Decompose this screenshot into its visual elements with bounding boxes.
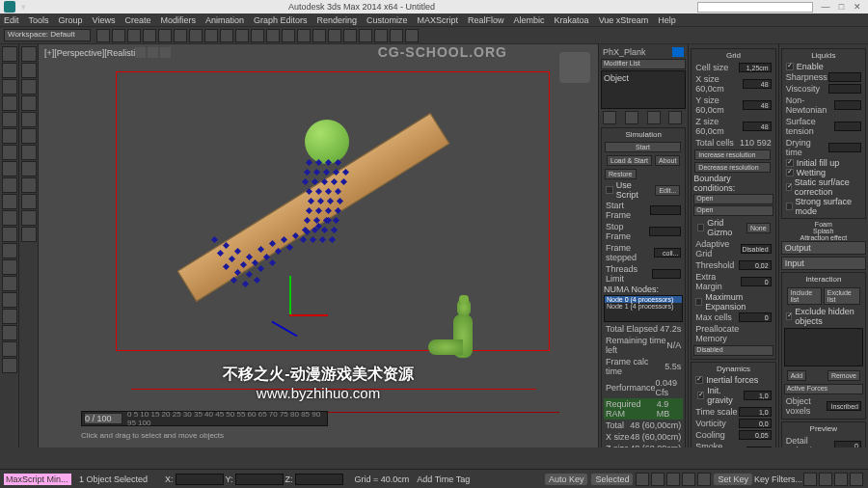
tool-icon[interactable] (21, 79, 37, 95)
tool-icon[interactable] (2, 95, 17, 111)
vorticity-spinner[interactable]: 0,0 (739, 419, 772, 428)
interaction-list[interactable] (784, 328, 863, 366)
tool-icon[interactable] (21, 177, 37, 193)
goto-start-button[interactable] (636, 473, 649, 486)
decrease-res-button[interactable]: Decrease resolution (694, 162, 771, 173)
menu-customize[interactable]: Customize (366, 15, 408, 25)
tool-icon[interactable] (2, 309, 17, 324)
menu-tools[interactable]: Tools (29, 15, 49, 25)
boundary-y-dropdown[interactable]: Open (693, 205, 773, 216)
tool-icon[interactable] (21, 210, 37, 226)
menu-edit[interactable]: Edit (4, 15, 19, 25)
wetting-checkbox[interactable] (786, 169, 794, 176)
simulation-rollout[interactable]: Simulation (604, 130, 683, 139)
keyfilters-button[interactable]: Key Filters... (754, 474, 802, 484)
menu-create[interactable]: Create (124, 15, 150, 25)
play-button[interactable] (666, 473, 680, 486)
stop-frame-spinner[interactable] (649, 227, 681, 236)
tool-icon[interactable] (2, 145, 17, 160)
edit-script-button[interactable]: Edit... (655, 185, 680, 196)
viewport[interactable]: [+][Perspective][Realistic] CG-SCHOOL.OR… (39, 44, 598, 447)
angle-snap-button[interactable] (266, 29, 280, 42)
smokediss-spinner[interactable]: 0,0 (746, 447, 772, 447)
undo-button[interactable] (96, 29, 110, 42)
tool-icon[interactable] (2, 128, 17, 144)
preview-rollout[interactable]: Preview (784, 424, 863, 433)
load-start-button[interactable]: Load & Start (607, 155, 652, 166)
menu-realflow[interactable]: RealFlow (468, 15, 504, 25)
output-rollout[interactable]: Output (781, 241, 866, 255)
mirror-button[interactable] (297, 29, 311, 42)
maxcells-spinner[interactable]: 0 (739, 312, 772, 322)
tool-icon[interactable] (2, 358, 17, 373)
goto-end-button[interactable] (697, 473, 711, 486)
stack-icon[interactable] (668, 111, 682, 124)
gridgizmo-none-button[interactable]: None (746, 223, 771, 233)
menu-rendering[interactable]: Rendering (317, 15, 358, 25)
viscosity-spinner[interactable] (828, 84, 861, 94)
unlink-button[interactable] (143, 29, 156, 42)
minimize-button[interactable]: — (819, 2, 832, 12)
add-time-tag[interactable]: Add Time Tag (417, 474, 470, 484)
nav-icon[interactable] (819, 473, 832, 486)
about-button[interactable]: About (655, 155, 680, 166)
framestep-dropdown[interactable]: coll... (654, 248, 682, 258)
tool-icon[interactable] (2, 161, 17, 176)
time-slider[interactable]: 0 / 100 (84, 413, 122, 424)
menu-help[interactable]: Help (658, 15, 676, 25)
vp-icon[interactable] (160, 47, 171, 58)
strongsurf-checkbox[interactable] (786, 203, 793, 210)
enable-checkbox[interactable] (786, 63, 794, 70)
liquids-rollout[interactable]: Liquids (784, 51, 863, 60)
tool-icon[interactable] (2, 292, 17, 308)
vp-icon[interactable] (148, 47, 158, 58)
snap-button[interactable] (251, 29, 264, 42)
link-button[interactable] (127, 29, 141, 42)
tool-icon[interactable] (2, 341, 17, 357)
numa-listbox[interactable]: Node 0 (4 processors)Node 1 (4 processor… (604, 295, 683, 322)
menu-krakatoa[interactable]: Krakatoa (555, 15, 589, 25)
tool-icon[interactable] (21, 161, 37, 176)
y-coord-input[interactable] (235, 474, 284, 485)
menu-animation[interactable]: Animation (205, 15, 244, 25)
input-rollout[interactable]: Input (781, 257, 866, 270)
percent-snap-button[interactable] (282, 29, 295, 42)
viewcube[interactable] (559, 52, 590, 83)
tool-icon[interactable] (2, 194, 17, 209)
select-button[interactable] (158, 29, 172, 42)
vp-icon[interactable] (135, 47, 146, 58)
remove-button[interactable]: Remove (827, 370, 860, 381)
detailred-spinner[interactable]: 0 (834, 441, 861, 447)
tool-icon[interactable] (2, 46, 17, 62)
workspace-dropdown[interactable]: Workspace: Default (4, 29, 91, 41)
next-frame-button[interactable] (682, 473, 695, 486)
timeline[interactable]: 0 / 100 0 5 10 15 20 25 30 35 40 45 50 5… (81, 411, 328, 426)
xsize-spinner[interactable]: 48 (743, 79, 772, 89)
maxscript-listener[interactable]: MaxScript Min... (4, 474, 71, 485)
tool-icon[interactable] (21, 46, 37, 62)
nav-icon[interactable] (850, 473, 863, 486)
modifier-stack[interactable]: Object (601, 70, 686, 109)
tool-icon[interactable] (2, 210, 17, 226)
dynamics-rollout[interactable]: Dynamics (693, 365, 773, 373)
tool-icon[interactable] (21, 63, 37, 78)
drying-spinner[interactable] (828, 143, 861, 152)
object-color-swatch[interactable] (672, 47, 684, 57)
x-coord-input[interactable] (176, 474, 224, 485)
viewport-label[interactable]: [+][Perspective][Realistic] (44, 48, 142, 58)
selected-filter[interactable]: Selected (591, 474, 633, 485)
tool-icon[interactable] (2, 79, 17, 95)
preallocate-dropdown[interactable]: Disabled (693, 345, 773, 356)
margin-spinner[interactable]: 0 (741, 277, 772, 286)
refcoord-dropdown[interactable] (235, 29, 249, 42)
nonnewt-spinner[interactable] (834, 100, 861, 110)
maxexp-checkbox[interactable] (695, 298, 702, 306)
object-name[interactable]: PhX_Plank (603, 47, 646, 57)
nav-icon[interactable] (834, 473, 848, 486)
tool-icon[interactable] (21, 145, 37, 160)
tool-icon[interactable] (2, 325, 17, 340)
threads-spinner[interactable] (652, 269, 681, 279)
prev-frame-button[interactable] (651, 473, 665, 486)
scale-button[interactable] (220, 29, 233, 42)
tool-icon[interactable] (2, 63, 17, 78)
